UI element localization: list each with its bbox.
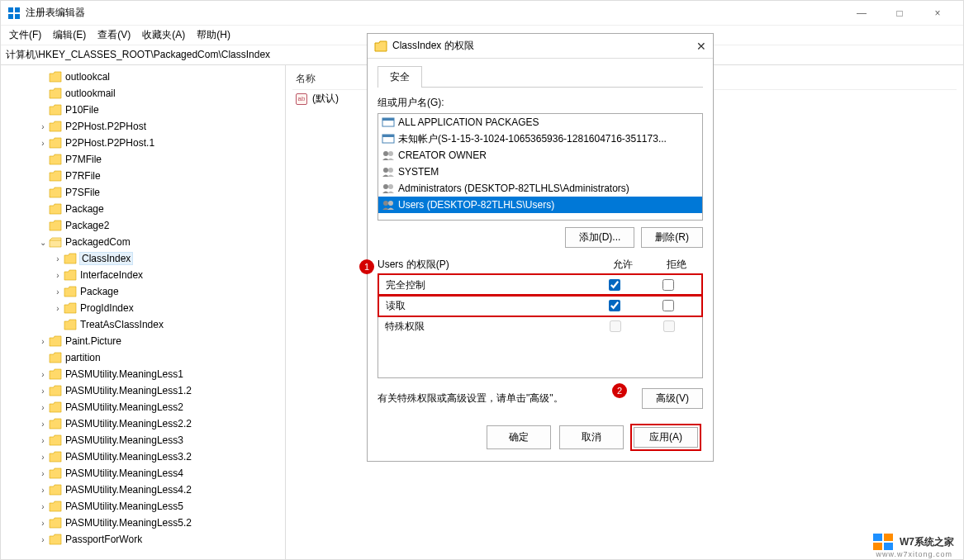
chevron-right-icon[interactable]: › <box>52 271 64 280</box>
users-listbox[interactable]: ALL APPLICATION PACKAGES未知帐户(S-1-15-3-10… <box>378 113 703 221</box>
tree-item[interactable]: ›InterfaceIndex <box>1 267 285 283</box>
tree-item[interactable]: partition <box>1 349 285 366</box>
chevron-right-icon[interactable]: › <box>37 436 49 445</box>
checkbox-deny[interactable] <box>662 279 674 291</box>
tree-item[interactable]: Package <box>1 201 285 217</box>
chevron-right-icon[interactable]: › <box>37 486 49 495</box>
chevron-right-icon[interactable]: › <box>37 519 49 528</box>
close-button[interactable]: × <box>919 1 957 26</box>
tree-item[interactable]: ›PassportForWork <box>1 531 285 548</box>
advanced-button[interactable]: 高级(V) <box>642 388 703 409</box>
tree-item[interactable]: outlookmail <box>1 85 285 102</box>
tree-item-label: P7RFile <box>65 170 101 182</box>
tree-item[interactable]: ›PASMUtility.MeaningLess3.2 <box>1 448 285 465</box>
users-icon <box>382 149 395 161</box>
tree-item[interactable]: ›ProgIdIndex <box>1 300 285 316</box>
remove-button[interactable]: 删除(R) <box>641 227 703 248</box>
permission-col-deny <box>641 279 695 291</box>
permission-name: 特殊权限 <box>385 320 588 334</box>
dialog-body: 安全 组或用户名(G): ALL APPLICATION PACKAGES未知帐… <box>368 59 713 415</box>
user-list-item[interactable]: 未知帐户(S-1-15-3-1024-1065365936-1281604716… <box>378 131 702 147</box>
chevron-right-icon[interactable]: › <box>37 502 49 511</box>
user-list-item[interactable]: SYSTEM <box>378 164 702 180</box>
tree-item[interactable]: TreatAsClassIndex <box>1 316 285 333</box>
chevron-right-icon[interactable]: › <box>37 420 49 429</box>
tree-item[interactable]: ›Package <box>1 283 285 300</box>
chevron-right-icon[interactable]: › <box>52 254 64 263</box>
col-name[interactable]: 名称 <box>296 72 316 86</box>
col-deny: 拒绝 <box>649 258 703 272</box>
svg-rect-3 <box>15 14 20 19</box>
user-list-item[interactable]: Administrators (DESKTOP-82TLHLS\Administ… <box>378 180 702 197</box>
tree-item[interactable]: P7MFile <box>1 151 285 168</box>
user-list-item[interactable]: CREATOR OWNER <box>378 147 702 164</box>
tree-item-label: PASMUtility.MeaningLess4.2 <box>65 484 192 496</box>
user-name: Administrators (DESKTOP-82TLHLS\Administ… <box>398 183 629 194</box>
users-icon <box>382 166 395 178</box>
chevron-right-icon[interactable]: › <box>52 304 64 313</box>
folder-icon <box>49 170 62 182</box>
maximize-button[interactable]: □ <box>881 1 919 26</box>
folder-icon <box>49 88 62 99</box>
tree-item[interactable]: P10File <box>1 102 285 118</box>
tree-pane[interactable]: outlookcaloutlookmailP10File›P2PHost.P2P… <box>1 65 286 559</box>
checkbox-allow[interactable] <box>609 279 620 291</box>
tree-item-label: PASMUtility.MeaningLess1.2 <box>65 385 192 396</box>
chevron-right-icon[interactable]: › <box>37 337 49 346</box>
chevron-right-icon[interactable]: › <box>37 403 49 412</box>
tree-item[interactable]: ›PASMUtility.MeaningLess4 <box>1 465 285 482</box>
minimize-button[interactable]: — <box>843 1 881 26</box>
menu-edit[interactable]: 编辑(E) <box>48 26 91 44</box>
tree-item-label: InterfaceIndex <box>80 269 143 281</box>
chevron-right-icon[interactable]: › <box>37 535 49 544</box>
chevron-right-icon[interactable]: › <box>37 122 49 131</box>
tree-item-label: P10File <box>65 104 99 116</box>
tree-item[interactable]: ›ClassIndex <box>1 250 285 267</box>
tree-item[interactable]: ›PASMUtility.MeaningLess4.2 <box>1 482 285 498</box>
tree-item-label: PASMUtility.MeaningLess1 <box>65 368 183 380</box>
svg-rect-19 <box>884 543 893 550</box>
tab-security[interactable]: 安全 <box>378 66 422 88</box>
checkbox-deny[interactable] <box>662 300 674 311</box>
add-button[interactable]: 添加(D)... <box>565 227 635 248</box>
tree-item[interactable]: ›PASMUtility.MeaningLess2.2 <box>1 415 285 432</box>
tree-item[interactable]: P7SFile <box>1 184 285 201</box>
user-list-item[interactable]: Users (DESKTOP-82TLHLS\Users) <box>378 197 702 213</box>
tree-item[interactable]: ›PASMUtility.MeaningLess3 <box>1 432 285 448</box>
tree-item[interactable]: ⌄PackagedCom <box>1 234 285 250</box>
tree-item[interactable]: ›P2PHost.P2PHost <box>1 118 285 135</box>
tree-item-label: PASMUtility.MeaningLess3.2 <box>65 451 192 463</box>
tree-item[interactable]: ›Paint.Picture <box>1 333 285 349</box>
ok-button[interactable]: 确定 <box>487 425 551 449</box>
folder-icon <box>49 368 62 380</box>
tree-item[interactable]: P7RFile <box>1 168 285 184</box>
tree-item[interactable]: ›PASMUtility.MeaningLess2 <box>1 399 285 415</box>
menu-help[interactable]: 帮助(H) <box>192 26 235 44</box>
tree-item[interactable]: ›PASMUtility.MeaningLess5.2 <box>1 515 285 531</box>
dialog-close-button[interactable]: ✕ <box>681 40 706 53</box>
chevron-right-icon[interactable]: › <box>37 370 49 379</box>
chevron-right-icon[interactable]: › <box>52 287 64 297</box>
folder-icon <box>49 154 62 165</box>
tree-item-label: outlookcal <box>65 71 110 83</box>
cancel-button[interactable]: 取消 <box>559 425 624 449</box>
tree-item[interactable]: ›PASMUtility.MeaningLess1.2 <box>1 382 285 399</box>
tree-item[interactable]: ›P2PHost.P2PHost.1 <box>1 135 285 151</box>
tree-item[interactable]: Package2 <box>1 217 285 234</box>
menu-file[interactable]: 文件(F) <box>4 26 46 44</box>
tree-item[interactable]: ›PASMUtility.MeaningLess5 <box>1 498 285 515</box>
menu-favorites[interactable]: 收藏夹(A) <box>137 26 190 44</box>
chevron-down-icon[interactable]: ⌄ <box>37 238 49 247</box>
chevron-right-icon[interactable]: › <box>37 469 49 478</box>
tree-item[interactable]: outlookcal <box>1 69 285 85</box>
tab-strip: 安全 <box>378 65 703 88</box>
user-list-item[interactable]: ALL APPLICATION PACKAGES <box>378 114 702 131</box>
tree-item[interactable]: ›PASMUtility.MeaningLess1 <box>1 366 285 382</box>
apply-button[interactable]: 应用(A) <box>634 427 698 448</box>
menu-view[interactable]: 查看(V) <box>93 26 135 44</box>
chevron-right-icon[interactable]: › <box>37 387 49 396</box>
checkbox-allow[interactable] <box>609 300 620 311</box>
chevron-right-icon[interactable]: › <box>37 139 49 148</box>
chevron-right-icon[interactable]: › <box>37 453 49 462</box>
tree-item-label: PASMUtility.MeaningLess5.2 <box>65 517 192 529</box>
